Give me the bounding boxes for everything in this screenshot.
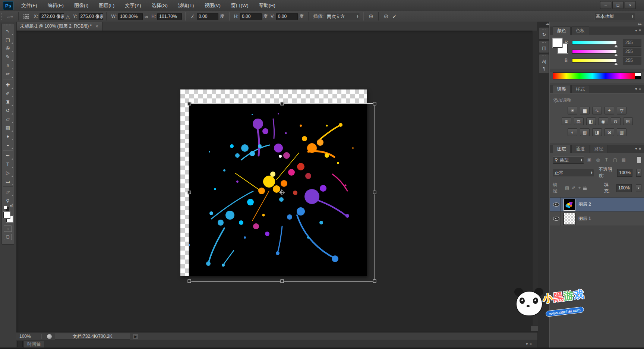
channel-mixer-icon[interactable]: ⊚ [611,117,621,125]
panel-menu-icon[interactable] [635,147,641,151]
tab-swatches[interactable]: 色板 [571,26,589,35]
character-panel-icon[interactable]: A| [539,58,549,65]
close-button[interactable]: × [625,1,636,9]
hue-saturation-icon[interactable]: ≡ [562,117,571,125]
hand-tool[interactable]: ☞ [2,188,14,196]
lasso-tool[interactable]: ✇ [2,44,14,53]
interpolation-select[interactable]: 两次立方 [325,13,360,20]
blue-channel-value[interactable]: 255 [623,57,641,65]
zoom-level-field[interactable]: 100% [16,334,39,339]
layer-name[interactable]: 图层 1 [578,216,591,222]
panel-grip[interactable] [542,28,546,30]
photo-filter-icon[interactable]: ◉ [599,117,608,125]
posterize-icon[interactable]: ▨ [580,128,590,136]
dock-collapse-icon[interactable]: ▶▶ [550,22,644,26]
lock-transparency-icon[interactable]: ▨ [565,185,569,191]
layer-row-2[interactable]: 图层 2 [550,198,644,212]
tab-layers[interactable]: 图层 [553,145,571,153]
red-channel-value[interactable]: 255 [623,39,641,47]
status-menu-arrow-icon[interactable]: ▶ [133,334,138,339]
tab-adjustments[interactable]: 调整 [553,85,571,93]
vibrance-icon[interactable]: ▽ [617,107,626,114]
exposure-icon[interactable]: ± [604,107,614,114]
workspace-switcher[interactable]: 基本功能 [594,13,635,20]
transform-reference-point[interactable] [280,191,284,195]
foreground-color-swatch[interactable] [3,212,10,218]
visibility-toggle[interactable] [552,212,561,226]
invert-icon[interactable]: ◐ [568,128,577,136]
slider-thumb-icon[interactable] [614,63,618,65]
filter-type-icon[interactable]: T [603,157,610,163]
angle-input[interactable]: 0.00 [197,13,218,20]
panel-menu-icon[interactable] [635,28,641,32]
menu-help[interactable]: 帮助(H) [256,1,279,10]
red-channel-slider[interactable] [572,41,617,45]
tab-channels[interactable]: 通道 [571,145,589,153]
quick-selection-tool[interactable]: ✎ [2,53,14,61]
menu-filter[interactable]: 滤镜(T) [175,1,198,10]
document-tab[interactable]: 未标题-1 @ 100% (图层 2, RGB/8) * × [16,22,102,31]
type-tool[interactable]: T [2,160,14,169]
blur-tool[interactable]: ♦ [2,132,14,141]
height-input[interactable]: 101.70% [157,13,182,20]
selective-color-icon[interactable]: ⊠ [604,128,614,136]
vertical-scrollbar[interactable] [532,31,538,327]
visibility-toggle[interactable] [552,198,561,211]
cancel-transform-icon[interactable]: ⊘ [384,13,389,20]
menu-image[interactable]: 图像(I) [71,1,92,10]
menu-edit[interactable]: 编辑(E) [44,1,67,10]
color-spectrum-ramp[interactable] [553,72,641,79]
menu-file[interactable]: 文件(F) [18,1,41,10]
slider-thumb-icon[interactable] [614,54,618,56]
opacity-dropdown-icon[interactable]: ▾ [636,169,641,177]
gradient-tool[interactable]: ▧ [2,123,14,132]
levels-icon[interactable]: ▆ [580,107,590,114]
layer-row-1[interactable]: 图层 1 [550,212,644,226]
x-input[interactable]: 272.00 像素 [40,13,64,20]
menu-window[interactable]: 窗口(W) [228,1,252,10]
color-lookup-icon[interactable]: ⊞ [623,117,633,125]
dodge-tool[interactable]: ◒ [2,141,14,149]
panel-grip[interactable] [542,42,546,44]
tab-close-icon[interactable]: × [95,23,98,29]
panel-menu-icon[interactable] [635,87,641,91]
path-selection-tool[interactable]: ▷ [2,169,14,177]
layer-thumbnail[interactable] [564,213,575,225]
fill-value[interactable]: 100% [616,184,632,192]
link-dimensions-icon[interactable]: ∞ [145,14,148,19]
maximize-button[interactable]: □ [612,1,624,9]
threshold-icon[interactable]: ◨ [592,128,602,136]
default-colors-control[interactable]: ⇆ [2,205,14,210]
swap-colors-icon[interactable]: ⇆ [10,204,13,208]
zoom-tool[interactable]: ⚲ [2,196,14,205]
blend-mode-select[interactable]: 正常 [553,169,594,176]
green-channel-value[interactable]: 255 [623,48,641,56]
white-black-swatches[interactable] [635,73,641,79]
green-channel-slider[interactable] [572,50,617,54]
lock-paint-icon[interactable]: ✐ [572,185,575,191]
menu-type[interactable]: 文字(Y) [121,1,144,10]
rainbow-gradient[interactable] [553,73,635,79]
brightness-contrast-icon[interactable]: ☀ [568,107,577,114]
filter-image-icon[interactable]: ▣ [586,157,593,163]
layer-name[interactable]: 图层 2 [578,201,591,208]
properties-panel-icon[interactable]: ◫ [539,44,549,51]
crop-tool[interactable]: # [2,61,14,70]
transform-handle-top-left[interactable] [188,102,191,106]
scrollbar-corner[interactable] [531,326,538,331]
h-skew-input[interactable]: 0.00 [240,13,262,20]
transform-handle-bottom-right[interactable] [373,280,376,283]
layer-filter-type-select[interactable]: ⚲ 类型 [553,156,584,164]
v-skew-input[interactable]: 0.00 [276,13,298,20]
menu-layer[interactable]: 图层(L) [95,1,118,10]
rectangular-marquee-tool[interactable]: ▢ [2,35,14,44]
quick-mask-button[interactable]: ◌ [4,226,12,232]
filter-smart-object-icon[interactable]: ▩ [621,157,627,163]
transform-handle-bottom-center[interactable] [280,280,284,283]
menu-view[interactable]: 视图(V) [201,1,224,10]
tab-color[interactable]: 颜色 [553,26,571,35]
layer-thumbnail[interactable] [564,199,575,211]
filter-shape-icon[interactable]: ▢ [612,157,618,163]
opacity-value[interactable]: 100% [617,169,632,177]
tab-styles[interactable]: 样式 [571,85,589,93]
